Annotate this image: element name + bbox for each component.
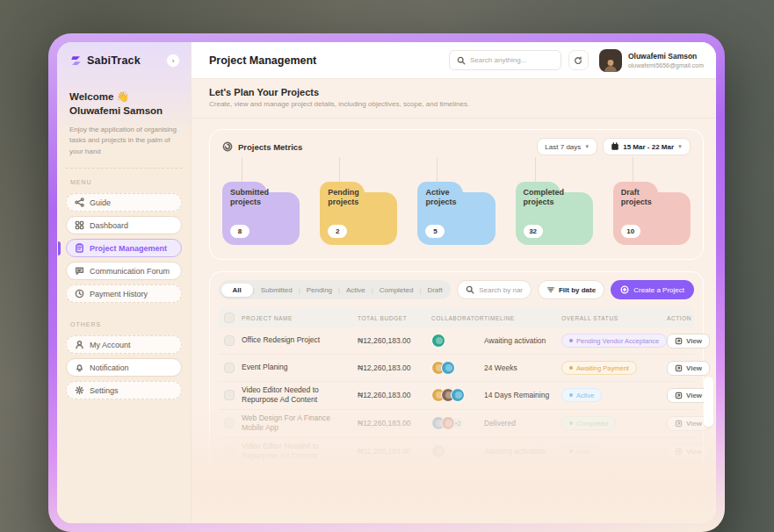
filter-by-date-label: Filt by date	[559, 286, 596, 294]
status-badge: Pending Vendor Acceptance	[561, 334, 667, 348]
desktop-background: SabiTrack › Welcome 👋 Oluwafemi Samson E…	[0, 0, 774, 532]
row-checkbox[interactable]	[224, 418, 235, 428]
sidebar-collapse-button[interactable]: ›	[166, 54, 180, 68]
metric-card-pending[interactable]: Pending projects2	[320, 182, 397, 245]
metric-count-badge: 2	[328, 225, 347, 238]
column-header: PROJECT NAME	[242, 315, 358, 321]
sidebar-item-label: My Account	[90, 341, 131, 349]
project-name: Video Editor Needed to Repurpose Ad Cont…	[242, 385, 319, 404]
sidebar-item-payment-history[interactable]: Payment History	[66, 284, 182, 303]
column-header: TOTAL BUDGET	[358, 315, 431, 321]
chevron-down-icon: ▼	[584, 144, 590, 149]
metric-count-badge: 10	[621, 225, 640, 238]
create-project-label: Create a Project	[633, 286, 684, 294]
metrics-title: Projects Metrics	[238, 142, 302, 152]
tab-draft[interactable]: Draft	[421, 286, 448, 294]
section-title: Let's Plan Your Projects	[209, 87, 698, 97]
sidebar-item-my-account[interactable]: My Account	[66, 335, 182, 354]
metric-card-completed[interactable]: Completed projects32	[516, 182, 593, 245]
tab-completed[interactable]: Completed	[373, 286, 420, 294]
sidebar-item-settings[interactable]: Settings	[66, 381, 182, 399]
tab-submitted[interactable]: Submitted	[255, 286, 299, 294]
range-dropdown[interactable]: Last 7 days ▼	[537, 138, 597, 155]
metric-card-active[interactable]: Active projects5	[417, 182, 495, 245]
collaborator-avatar	[451, 388, 465, 402]
sidebar-item-dashboard[interactable]: Dashboard	[66, 216, 182, 234]
project-budget: ₦12,260,183.00	[358, 391, 431, 399]
view-icon	[675, 337, 683, 345]
history-icon	[75, 289, 84, 298]
top-bar: Project Management	[192, 42, 716, 79]
table-search-input[interactable]	[479, 286, 523, 294]
project-name: Event Planing	[242, 363, 287, 371]
select-all-checkbox[interactable]	[224, 313, 235, 323]
refresh-button[interactable]	[568, 50, 589, 70]
sidebar: SabiTrack › Welcome 👋 Oluwafemi Samson E…	[57, 42, 192, 523]
row-checkbox[interactable]	[224, 446, 235, 457]
metrics-icon	[222, 141, 233, 152]
user-email: oluwafemi5656@gmail.com	[628, 62, 704, 68]
sidebar-item-guide[interactable]: Guide	[66, 193, 182, 212]
metric-card-draft[interactable]: Draft projects10	[613, 182, 691, 245]
sidebar-menu: GuideDashboardProject ManagementCommunic…	[57, 193, 191, 303]
table-search[interactable]	[457, 280, 532, 299]
others-section-label: OTHERS	[57, 307, 191, 331]
active-indicator	[58, 241, 61, 255]
user-profile-chip[interactable]: Oluwafemi Samson oluwafemi5656@gmail.com	[599, 49, 704, 72]
column-header: TIMELINE	[484, 315, 561, 321]
share-icon	[75, 198, 84, 207]
metric-label: Submitted projects	[230, 188, 269, 208]
sidebar-item-label: Notification	[90, 363, 129, 372]
collaborator-avatar	[441, 361, 455, 375]
metric-label: Draft projects	[621, 188, 652, 208]
date-range-dropdown[interactable]: 15 Mar - 22 Mar ▼	[603, 138, 691, 155]
sidebar-item-label: Payment History	[90, 290, 148, 298]
row-checkbox[interactable]	[224, 390, 235, 400]
project-timeline: Delivered	[484, 419, 561, 428]
range-dropdown-label: Last 7 days	[545, 143, 581, 151]
user-name: Oluwafemi Samson	[628, 52, 704, 61]
view-icon	[675, 364, 683, 372]
global-search[interactable]	[449, 50, 561, 70]
sidebar-item-project-management[interactable]: Project Management	[66, 239, 182, 257]
project-timeline: Awaiting activation	[484, 447, 561, 456]
section-header: Let's Plan Your Projects Create, view an…	[192, 79, 716, 119]
project-budget: ₦12,260,183.00	[358, 419, 431, 428]
user-icon	[75, 340, 84, 349]
row-checkbox[interactable]	[224, 363, 235, 373]
global-search-input[interactable]	[470, 56, 553, 64]
sidebar-item-communication-forum[interactable]: Communication Forum	[66, 262, 182, 280]
project-budget: ₦12,260,183.00	[358, 363, 431, 372]
create-project-button[interactable]: Create a Project	[611, 280, 694, 299]
metric-label: Completed projects	[524, 188, 565, 208]
tab-pending[interactable]: Pending	[300, 286, 338, 294]
projects-table: PROJECT NAMETOTAL BUDGETCOLLABORATORTIME…	[219, 308, 694, 466]
view-button[interactable]: View	[667, 334, 710, 349]
clipboard-icon	[75, 243, 84, 253]
view-icon	[675, 420, 683, 428]
view-button[interactable]: View	[667, 444, 710, 459]
column-header: OVERALL STATUS	[561, 315, 667, 321]
project-budget: ₦12,260,183.00	[358, 336, 431, 345]
column-header: COLLABORATOR	[431, 315, 484, 321]
filter-by-date-button[interactable]: Filt by date	[538, 280, 604, 299]
status-dot-icon	[569, 366, 573, 370]
metric-card-submitted[interactable]: Submitted projects8	[222, 182, 300, 245]
table-row: Event Planing₦12,260,183.0024 WeeksAwait…	[219, 355, 694, 382]
projects-metrics-panel: Projects Metrics Last 7 days ▼ 15 Mar -	[209, 129, 704, 260]
plus-icon	[620, 285, 629, 294]
welcome-block: Welcome 👋 Oluwafemi Samson Enjoy the app…	[57, 76, 191, 157]
tab-all[interactable]: All	[221, 284, 253, 297]
tab-active[interactable]: Active	[340, 286, 372, 294]
sidebar-item-label: Communication Forum	[90, 267, 170, 276]
table-header-row: PROJECT NAMETOTAL BUDGETCOLLABORATORTIME…	[219, 308, 694, 327]
row-checkbox[interactable]	[224, 335, 235, 346]
sidebar-item-notification[interactable]: Notification	[66, 358, 182, 377]
metric-label: Pending projects	[328, 188, 359, 208]
view-icon	[675, 448, 683, 456]
view-button[interactable]: View	[667, 361, 710, 376]
scrollbar-thumb[interactable]	[704, 377, 713, 427]
metric-count-badge: 32	[524, 225, 543, 238]
status-badge: Completed	[561, 416, 616, 430]
calendar-icon	[611, 142, 619, 151]
